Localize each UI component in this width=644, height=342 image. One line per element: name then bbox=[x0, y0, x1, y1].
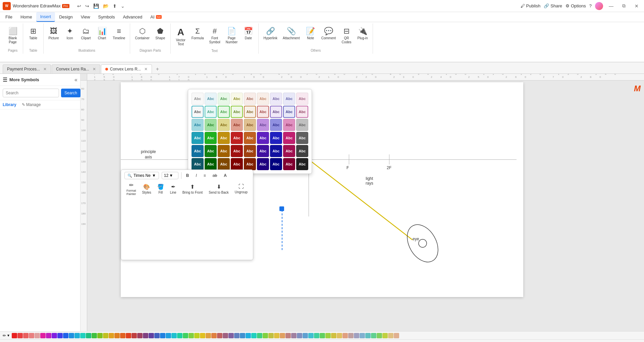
color-swatch[interactable] bbox=[189, 333, 194, 338]
style-cell[interactable]: Abc bbox=[283, 106, 295, 118]
color-swatch[interactable] bbox=[109, 333, 114, 338]
font-size-selector[interactable]: 12 ▼ bbox=[162, 172, 178, 179]
color-swatch[interactable] bbox=[365, 333, 371, 338]
search-input[interactable] bbox=[3, 89, 59, 97]
menu-symbols[interactable]: Symbols bbox=[94, 12, 119, 22]
color-swatch[interactable] bbox=[337, 333, 342, 338]
clipart-button[interactable]: 🗂 Clipart bbox=[78, 26, 93, 42]
style-cell[interactable]: Abc bbox=[192, 106, 204, 118]
sidebar-library[interactable]: Library bbox=[3, 102, 16, 107]
close-button[interactable]: ✕ bbox=[632, 3, 641, 9]
color-swatch[interactable] bbox=[257, 333, 262, 338]
style-cell[interactable]: Abc bbox=[257, 132, 269, 144]
color-swatch[interactable] bbox=[320, 333, 325, 338]
open-button[interactable]: 📂 bbox=[102, 3, 110, 9]
bring-to-front-button[interactable]: ⬆ Bring to Front bbox=[180, 182, 205, 196]
color-swatch[interactable] bbox=[342, 333, 348, 338]
color-swatch[interactable] bbox=[166, 333, 171, 338]
style-cell[interactable]: Abc bbox=[231, 145, 243, 157]
style-cell[interactable]: Abc bbox=[192, 119, 204, 131]
color-swatch[interactable] bbox=[268, 333, 274, 338]
color-swatch[interactable] bbox=[23, 333, 29, 338]
style-cell[interactable]: Abc bbox=[205, 106, 217, 118]
more-button[interactable]: ⌄ bbox=[120, 3, 126, 9]
color-swatch[interactable] bbox=[137, 333, 143, 338]
help-button[interactable]: ? bbox=[589, 3, 592, 8]
color-swatch[interactable] bbox=[177, 333, 182, 338]
color-swatch[interactable] bbox=[35, 333, 40, 338]
container-button[interactable]: ⬡ Container bbox=[133, 26, 151, 42]
style-cell[interactable]: Abc bbox=[296, 145, 308, 157]
font-selector[interactable]: 🔍 Times Ne ▼ bbox=[124, 172, 159, 179]
style-cell[interactable]: Abc bbox=[205, 119, 217, 131]
publish-button[interactable]: 🖊 Publish bbox=[521, 3, 541, 8]
italic-button[interactable]: I bbox=[194, 172, 199, 179]
format-painter-button[interactable]: ✏ FormatPainter bbox=[124, 181, 138, 197]
color-swatch[interactable] bbox=[388, 333, 393, 338]
style-cell[interactable]: Abc bbox=[270, 132, 282, 144]
color-swatch[interactable] bbox=[17, 333, 23, 338]
color-swatch[interactable] bbox=[131, 333, 137, 338]
menu-view[interactable]: View bbox=[77, 12, 94, 22]
search-button[interactable]: Search bbox=[61, 89, 80, 97]
options-button[interactable]: ⚙ Options bbox=[566, 3, 586, 8]
blank-page-button[interactable]: ⬜ BlankPage bbox=[5, 26, 20, 46]
color-swatch[interactable] bbox=[183, 333, 188, 338]
bold-button[interactable]: B bbox=[184, 172, 191, 179]
style-cell[interactable]: Abc bbox=[257, 158, 269, 170]
style-cell[interactable]: Abc bbox=[231, 119, 243, 131]
style-cell[interactable]: Abc bbox=[270, 158, 282, 170]
color-swatch[interactable] bbox=[12, 333, 17, 338]
style-cell[interactable]: Abc bbox=[244, 158, 256, 170]
color-swatch[interactable] bbox=[223, 333, 228, 338]
color-swatch[interactable] bbox=[314, 333, 319, 338]
menu-advanced[interactable]: Advanced bbox=[119, 12, 146, 22]
style-cell[interactable]: Abc bbox=[231, 106, 243, 118]
ungroup-button[interactable]: ⛶ Ungroup bbox=[233, 182, 250, 195]
color-swatch[interactable] bbox=[246, 333, 251, 338]
sidebar-manage[interactable]: ✎ Manage bbox=[22, 102, 41, 107]
style-cell[interactable]: Abc bbox=[270, 145, 282, 157]
color-swatch[interactable] bbox=[29, 333, 34, 338]
page-number-button[interactable]: 📄 PageNumber bbox=[224, 26, 240, 46]
hyperlink-button[interactable]: 🔗 Hyperlink bbox=[261, 26, 279, 42]
timeline-button[interactable]: ≡ Timeline bbox=[111, 26, 127, 42]
color-swatch[interactable] bbox=[69, 333, 74, 338]
style-cell[interactable]: Abc bbox=[205, 132, 217, 144]
color-swatch[interactable] bbox=[86, 333, 91, 338]
color-swatch[interactable] bbox=[97, 333, 103, 338]
style-cell[interactable]: Abc bbox=[283, 132, 295, 144]
align-button[interactable]: ≡ bbox=[202, 172, 208, 179]
color-swatch[interactable] bbox=[40, 333, 46, 338]
menu-file[interactable]: File bbox=[1, 12, 16, 22]
font-symbol-button[interactable]: # FontSymbol bbox=[207, 26, 222, 46]
tab-convex2-close[interactable]: ✕ bbox=[144, 67, 148, 71]
color-swatch[interactable] bbox=[46, 333, 51, 338]
color-swatch[interactable] bbox=[308, 333, 314, 338]
color-swatch[interactable] bbox=[80, 333, 86, 338]
color-swatch[interactable] bbox=[143, 333, 148, 338]
color-swatch[interactable] bbox=[297, 333, 302, 338]
color-swatch[interactable] bbox=[126, 333, 131, 338]
tab-convex2[interactable]: Convex Lens R... ✕ bbox=[101, 64, 152, 74]
qr-codes-button[interactable]: ⊟ QRCodes bbox=[339, 26, 354, 46]
redo-button[interactable]: ↪ bbox=[84, 3, 90, 9]
color-swatch[interactable] bbox=[52, 333, 57, 338]
vector-text-button[interactable]: A VectorText bbox=[173, 26, 188, 48]
color-swatch[interactable] bbox=[371, 333, 376, 338]
color-swatch[interactable] bbox=[160, 333, 165, 338]
style-cell[interactable]: Abc bbox=[192, 158, 204, 170]
save-button[interactable]: 💾 bbox=[92, 3, 100, 9]
style-cell[interactable]: Abc bbox=[244, 132, 256, 144]
color-swatch[interactable] bbox=[228, 333, 234, 338]
chart-button[interactable]: 📊 Chart bbox=[95, 26, 109, 42]
color-swatch[interactable] bbox=[217, 333, 222, 338]
style-cell[interactable]: Abc bbox=[257, 145, 269, 157]
color-swatch[interactable] bbox=[274, 333, 279, 338]
style-cell[interactable]: Abc bbox=[283, 145, 295, 157]
color-swatch[interactable] bbox=[149, 333, 154, 338]
color-swatch[interactable] bbox=[251, 333, 257, 338]
strikethrough-button[interactable]: ab bbox=[211, 172, 219, 179]
color-swatch[interactable] bbox=[103, 333, 108, 338]
style-cell[interactable]: Abc bbox=[296, 93, 308, 105]
